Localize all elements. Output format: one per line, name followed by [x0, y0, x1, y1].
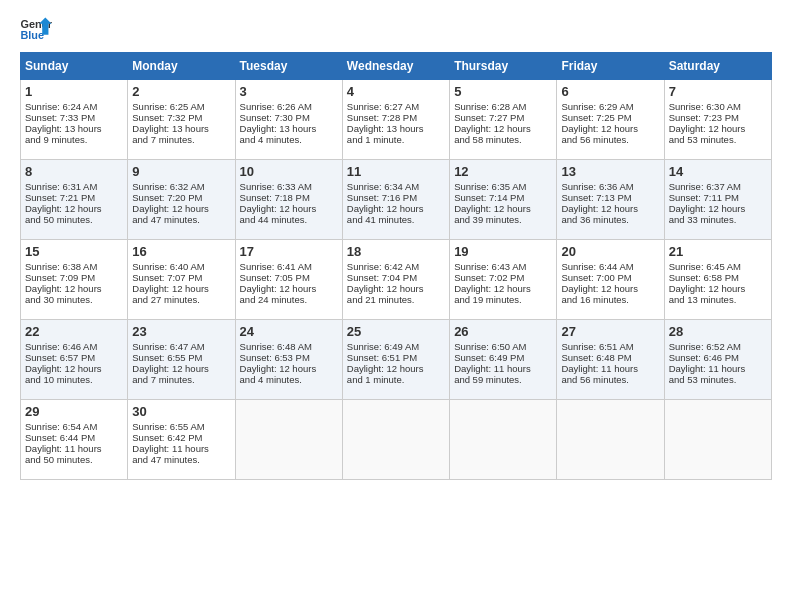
calendar-cell: 2Sunrise: 6:25 AMSunset: 7:32 PMDaylight… [128, 80, 235, 160]
day-number: 21 [669, 244, 767, 259]
calendar-cell [342, 400, 449, 480]
day-number: 15 [25, 244, 123, 259]
day-number: 25 [347, 324, 445, 339]
calendar-cell: 21Sunrise: 6:45 AMSunset: 6:58 PMDayligh… [664, 240, 771, 320]
calendar-cell: 7Sunrise: 6:30 AMSunset: 7:23 PMDaylight… [664, 80, 771, 160]
logo: General Blue [20, 16, 52, 44]
calendar-cell: 26Sunrise: 6:50 AMSunset: 6:49 PMDayligh… [450, 320, 557, 400]
calendar-cell [450, 400, 557, 480]
calendar-cell: 4Sunrise: 6:27 AMSunset: 7:28 PMDaylight… [342, 80, 449, 160]
day-number: 1 [25, 84, 123, 99]
day-number: 12 [454, 164, 552, 179]
day-number: 4 [347, 84, 445, 99]
logo-icon: General Blue [20, 16, 52, 44]
day-number: 19 [454, 244, 552, 259]
calendar-cell: 5Sunrise: 6:28 AMSunset: 7:27 PMDaylight… [450, 80, 557, 160]
day-header-wednesday: Wednesday [342, 53, 449, 80]
week-row-1: 1Sunrise: 6:24 AMSunset: 7:33 PMDaylight… [21, 80, 772, 160]
calendar-cell: 29Sunrise: 6:54 AMSunset: 6:44 PMDayligh… [21, 400, 128, 480]
calendar-cell: 30Sunrise: 6:55 AMSunset: 6:42 PMDayligh… [128, 400, 235, 480]
calendar-cell: 17Sunrise: 6:41 AMSunset: 7:05 PMDayligh… [235, 240, 342, 320]
day-number: 28 [669, 324, 767, 339]
calendar-cell: 8Sunrise: 6:31 AMSunset: 7:21 PMDaylight… [21, 160, 128, 240]
day-number: 30 [132, 404, 230, 419]
calendar-cell: 22Sunrise: 6:46 AMSunset: 6:57 PMDayligh… [21, 320, 128, 400]
calendar-cell [664, 400, 771, 480]
day-header-tuesday: Tuesday [235, 53, 342, 80]
day-number: 10 [240, 164, 338, 179]
calendar-cell: 6Sunrise: 6:29 AMSunset: 7:25 PMDaylight… [557, 80, 664, 160]
calendar-cell: 13Sunrise: 6:36 AMSunset: 7:13 PMDayligh… [557, 160, 664, 240]
calendar-cell: 27Sunrise: 6:51 AMSunset: 6:48 PMDayligh… [557, 320, 664, 400]
day-number: 13 [561, 164, 659, 179]
day-number: 24 [240, 324, 338, 339]
day-number: 3 [240, 84, 338, 99]
calendar-cell: 20Sunrise: 6:44 AMSunset: 7:00 PMDayligh… [557, 240, 664, 320]
day-number: 9 [132, 164, 230, 179]
day-number: 29 [25, 404, 123, 419]
day-number: 22 [25, 324, 123, 339]
day-number: 8 [25, 164, 123, 179]
day-number: 7 [669, 84, 767, 99]
day-number: 23 [132, 324, 230, 339]
day-number: 14 [669, 164, 767, 179]
day-header-monday: Monday [128, 53, 235, 80]
day-number: 16 [132, 244, 230, 259]
calendar-cell: 18Sunrise: 6:42 AMSunset: 7:04 PMDayligh… [342, 240, 449, 320]
day-number: 26 [454, 324, 552, 339]
calendar-cell: 16Sunrise: 6:40 AMSunset: 7:07 PMDayligh… [128, 240, 235, 320]
day-number: 20 [561, 244, 659, 259]
calendar-cell: 9Sunrise: 6:32 AMSunset: 7:20 PMDaylight… [128, 160, 235, 240]
calendar-cell: 28Sunrise: 6:52 AMSunset: 6:46 PMDayligh… [664, 320, 771, 400]
page-header: General Blue [20, 16, 772, 44]
calendar-cell: 25Sunrise: 6:49 AMSunset: 6:51 PMDayligh… [342, 320, 449, 400]
calendar-cell: 23Sunrise: 6:47 AMSunset: 6:55 PMDayligh… [128, 320, 235, 400]
day-header-thursday: Thursday [450, 53, 557, 80]
day-number: 6 [561, 84, 659, 99]
calendar-cell [235, 400, 342, 480]
day-number: 18 [347, 244, 445, 259]
calendar-cell: 24Sunrise: 6:48 AMSunset: 6:53 PMDayligh… [235, 320, 342, 400]
day-number: 2 [132, 84, 230, 99]
day-header-saturday: Saturday [664, 53, 771, 80]
calendar-cell: 12Sunrise: 6:35 AMSunset: 7:14 PMDayligh… [450, 160, 557, 240]
week-row-5: 29Sunrise: 6:54 AMSunset: 6:44 PMDayligh… [21, 400, 772, 480]
calendar-cell: 11Sunrise: 6:34 AMSunset: 7:16 PMDayligh… [342, 160, 449, 240]
day-number: 17 [240, 244, 338, 259]
calendar-cell: 1Sunrise: 6:24 AMSunset: 7:33 PMDaylight… [21, 80, 128, 160]
calendar-table: SundayMondayTuesdayWednesdayThursdayFrid… [20, 52, 772, 480]
week-row-2: 8Sunrise: 6:31 AMSunset: 7:21 PMDaylight… [21, 160, 772, 240]
week-row-3: 15Sunrise: 6:38 AMSunset: 7:09 PMDayligh… [21, 240, 772, 320]
day-number: 5 [454, 84, 552, 99]
calendar-cell: 14Sunrise: 6:37 AMSunset: 7:11 PMDayligh… [664, 160, 771, 240]
week-row-4: 22Sunrise: 6:46 AMSunset: 6:57 PMDayligh… [21, 320, 772, 400]
calendar-cell: 10Sunrise: 6:33 AMSunset: 7:18 PMDayligh… [235, 160, 342, 240]
svg-text:Blue: Blue [20, 29, 44, 41]
day-number: 27 [561, 324, 659, 339]
day-header-sunday: Sunday [21, 53, 128, 80]
calendar-cell: 3Sunrise: 6:26 AMSunset: 7:30 PMDaylight… [235, 80, 342, 160]
calendar-cell [557, 400, 664, 480]
calendar-cell: 15Sunrise: 6:38 AMSunset: 7:09 PMDayligh… [21, 240, 128, 320]
calendar-cell: 19Sunrise: 6:43 AMSunset: 7:02 PMDayligh… [450, 240, 557, 320]
day-header-friday: Friday [557, 53, 664, 80]
day-number: 11 [347, 164, 445, 179]
